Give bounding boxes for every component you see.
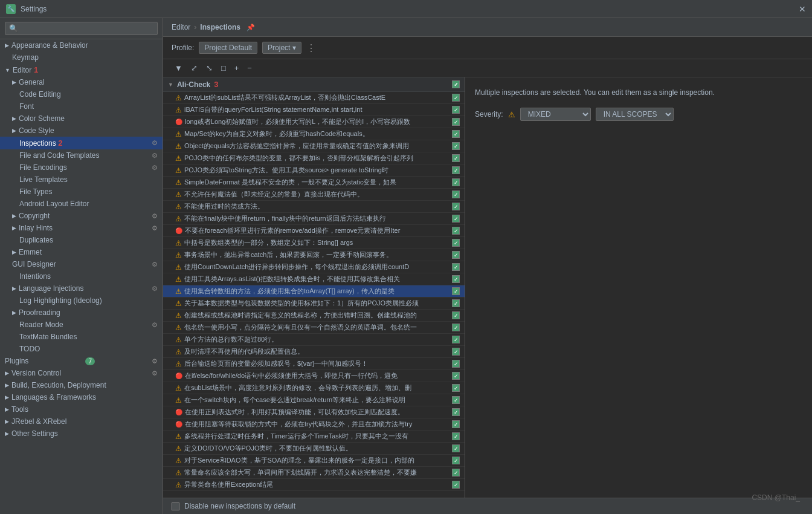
inspection-row[interactable]: ⚠定义DO/DTO/VO等POJO类时，不要加任何属性默认值。✓ <box>163 443 465 455</box>
inspection-checkbox[interactable]: ✓ <box>452 166 460 174</box>
inspection-row[interactable]: ⚠ArrayList的subList结果不可强转成ArrayList，否则会抛出… <box>163 92 465 104</box>
inspection-checkbox[interactable]: ✓ <box>452 178 460 186</box>
inspection-checkbox[interactable]: ✓ <box>452 360 460 368</box>
inspection-row[interactable]: ⚠POJO类中的任何布尔类型的变量，都不要加is，否则部分框架解析会引起序列✓ <box>163 152 465 164</box>
severity-select[interactable]: MIXED Error Warning Weak Warning Info <box>520 108 591 121</box>
inspection-row[interactable]: ⚠使用CountDownLatch进行异步转同步操作，每个线程退出前必须调用co… <box>163 261 465 273</box>
sidebar-item-emmet[interactable]: ▶Emmet <box>0 246 163 258</box>
inspection-row[interactable]: ⚠POJO类必须写toString方法。使用工具类source> generat… <box>163 164 465 177</box>
inspection-checkbox[interactable]: ✓ <box>452 444 460 452</box>
sidebar-item-version-control[interactable]: ▶Version Control⚙ <box>0 367 163 379</box>
disable-new-inspections-checkbox[interactable] <box>172 503 179 510</box>
inspection-row[interactable]: ⚠创建线程或线程池时请指定有意义的线程名称，方便出错时回溯。创建线程池的✓ <box>163 310 465 322</box>
sidebar-item-todo[interactable]: TODO <box>0 343 163 355</box>
expand-button[interactable]: ⤢ <box>188 62 201 74</box>
inspection-row[interactable]: ⚠后台输送给页面的变量必须加感叹号，${var}一中间加感叹号！✓ <box>163 358 465 370</box>
sidebar-item-tools[interactable]: ▶Tools <box>0 403 163 415</box>
sidebar-item-file-types[interactable]: File Types <box>0 186 163 198</box>
inspection-checkbox[interactable]: ✓ <box>452 324 460 331</box>
inspection-checkbox[interactable]: ✓ <box>452 118 460 126</box>
sidebar-item-language-injections[interactable]: ▶Language Injections⚙ <box>0 282 163 294</box>
sidebar-item-code-editing[interactable]: Code Editing <box>0 88 163 100</box>
inspection-row[interactable]: ⚠不能在finally块中使用return，finally块中的return返回… <box>163 213 465 225</box>
inspection-row[interactable]: ⚠使用集合转数组的方法，必须使用集合的toArray(T[] array)，传入… <box>163 285 465 298</box>
inspection-checkbox[interactable]: ✓ <box>452 396 460 404</box>
inspection-row[interactable]: ⚠多线程并行处理定时任务时，Timer运行多个TimeTask时，只要其中之一没… <box>163 431 465 443</box>
inspection-checkbox[interactable]: ✓ <box>452 384 460 392</box>
inspection-checkbox[interactable]: ✓ <box>452 94 460 102</box>
scope-select[interactable]: IN ALL SCOPES In Tests Everywhere <box>596 108 674 121</box>
inspection-checkbox[interactable]: ✓ <box>452 469 460 477</box>
inspection-checkbox[interactable]: ✓ <box>452 263 460 271</box>
sidebar-item-reader-mode[interactable]: Reader Mode⚙ <box>0 319 163 331</box>
inspection-checkbox[interactable]: ✓ <box>452 142 460 150</box>
collapse-button[interactable]: ⤡ <box>203 62 216 74</box>
sidebar-item-font[interactable]: Font <box>0 100 163 112</box>
inspection-row[interactable]: ⚠iBATIS自带的queryForList(String statementN… <box>163 104 465 116</box>
sidebar-item-keymap[interactable]: Keymap <box>0 51 163 63</box>
sidebar-item-android-layout-editor[interactable]: Android Layout Editor <box>0 198 163 210</box>
inspection-row[interactable]: ⚠事务场景中，抛出异常catch后，如果需要回滚，一定要手动回滚事务。✓ <box>163 249 465 261</box>
sidebar-item-other-settings[interactable]: ▶Other Settings <box>0 428 163 440</box>
inspection-row[interactable]: ⚠中括号是数组类型的一部分，数组定义如下：String[] args✓ <box>163 237 465 249</box>
sidebar-item-plugins[interactable]: Plugins7⚙ <box>0 355 163 367</box>
add-button[interactable]: + <box>231 62 242 74</box>
inspection-checkbox[interactable]: ✓ <box>452 190 460 198</box>
sidebar-item-languages[interactable]: ▶Languages & Frameworks <box>0 391 163 403</box>
sidebar-item-gui-designer[interactable]: GUI Designer⚙ <box>0 258 163 270</box>
profile-menu-icon[interactable]: ⋮ <box>306 42 316 54</box>
inspection-row[interactable]: ⚠常量命名应该全部大写，单词间用下划线隔开，力求语义表达完整清楚，不要嫌✓ <box>163 467 465 479</box>
inspection-row[interactable]: ⚠Map/Set的key为自定义对象时，必须重写hashCode和equals。… <box>163 128 465 140</box>
inspection-checkbox[interactable]: ✓ <box>452 481 460 489</box>
inspection-checkbox[interactable]: ✓ <box>452 420 460 428</box>
inspection-checkbox[interactable]: ✓ <box>452 336 460 343</box>
pin-icon[interactable]: 📌 <box>246 24 255 31</box>
profile-value-button[interactable]: Project Default <box>199 42 257 54</box>
sidebar-item-duplicates[interactable]: Duplicates <box>0 234 163 246</box>
inspection-row[interactable]: ⚠包名统一使用小写，点分隔符之间有且仅有一个自然语义的英语单词。包名统一✓ <box>163 322 465 334</box>
inspection-checkbox[interactable]: ✓ <box>452 348 460 356</box>
ali-check-group-header[interactable]: ▼ Ali-Check 3 ✓ <box>163 77 465 92</box>
inspection-checkbox[interactable]: ✓ <box>452 130 460 138</box>
inspection-checkbox[interactable]: ✓ <box>452 311 460 319</box>
inspection-row[interactable]: ⚠在subList场景中，高度注意对原列表的修改，会导致子列表的遍历、增加、删✓ <box>163 382 465 394</box>
ali-check-group-checkbox[interactable]: ✓ <box>452 80 460 88</box>
sidebar-item-proofreading[interactable]: ▶Proofreading <box>0 307 163 319</box>
sidebar-item-appearance[interactable]: ▶Appearance & Behavior <box>0 39 163 51</box>
sidebar-item-inspections[interactable]: Inspections 2⚙ <box>0 137 163 149</box>
sidebar-search-input[interactable] <box>5 22 158 35</box>
inspection-row[interactable]: 🔴在if/else/for/while/do语句中必须须使用大括号，即使只有一行… <box>163 370 465 382</box>
sidebar-item-file-code-templates[interactable]: File and Code Templates⚙ <box>0 149 163 161</box>
sidebar-item-jrebel[interactable]: ▶JRebel & XRebel <box>0 415 163 428</box>
inspection-checkbox[interactable]: ✓ <box>452 457 460 464</box>
sidebar-item-editor[interactable]: ▼Editor 1 <box>0 63 163 76</box>
inspection-checkbox[interactable]: ✓ <box>452 215 460 223</box>
sidebar-item-code-style[interactable]: ▶Code Style <box>0 125 163 137</box>
sidebar-item-file-encodings[interactable]: File Encodings⚙ <box>0 161 163 174</box>
sidebar-item-build[interactable]: ▶Build, Execution, Deployment <box>0 379 163 391</box>
inspection-checkbox[interactable]: ✓ <box>452 154 460 162</box>
inspection-checkbox[interactable]: ✓ <box>452 203 460 210</box>
inspection-checkbox[interactable]: ✓ <box>452 227 460 235</box>
sidebar-item-general[interactable]: ▶General <box>0 76 163 88</box>
sidebar-item-inlay-hints[interactable]: ▶Inlay Hints⚙ <box>0 222 163 234</box>
inspection-row[interactable]: ⚠Object的equals方法容易抛空指针异常，应使用常量或确定有值的对象来调… <box>163 140 465 152</box>
inspection-checkbox[interactable]: ✓ <box>452 275 460 283</box>
sidebar-item-copyright[interactable]: ▶Copyright⚙ <box>0 210 163 222</box>
inspection-checkbox[interactable]: ✓ <box>452 287 460 295</box>
inspection-checkbox[interactable]: ✓ <box>452 432 460 440</box>
inspection-row[interactable]: ⚠对于Service和DAO类，基于SOA的理念，暴露出来的服务一定是接口，内部… <box>163 455 465 467</box>
sidebar-item-log-highlighting[interactable]: Log Highlighting (Ideolog) <box>0 294 163 307</box>
inspection-row[interactable]: 🔴在使用正则表达式时，利用好其预编译功能，可以有效加快正则匹配速度。✓ <box>163 406 465 418</box>
view-button[interactable]: □ <box>218 62 229 74</box>
inspection-row[interactable]: ⚠单个方法的总行数不超过80行。✓ <box>163 334 465 346</box>
sidebar-item-color-scheme[interactable]: ▶Color Scheme <box>0 112 163 125</box>
inspection-row[interactable]: ⚠在一个switch块内，每个case要么通过break/return等来终止，… <box>163 394 465 406</box>
inspection-row[interactable]: 🔴在使用阻塞等待获取锁的方式中，必须在try代码块之外，并且在加锁方法与try✓ <box>163 418 465 431</box>
inspection-row[interactable]: ⚠关于基本数据类型与包装数据类型的使用标准如下：1）所有的POJO类属性必须✓ <box>163 298 465 310</box>
inspection-row[interactable]: ⚠SimpleDateFormat 是线程不安全的类，一般不要定义为static… <box>163 177 465 189</box>
inspection-checkbox[interactable]: ✓ <box>452 251 460 259</box>
inspection-checkbox[interactable]: ✓ <box>452 299 460 307</box>
close-button[interactable]: ✕ <box>799 4 806 14</box>
inspection-checkbox[interactable]: ✓ <box>452 239 460 247</box>
